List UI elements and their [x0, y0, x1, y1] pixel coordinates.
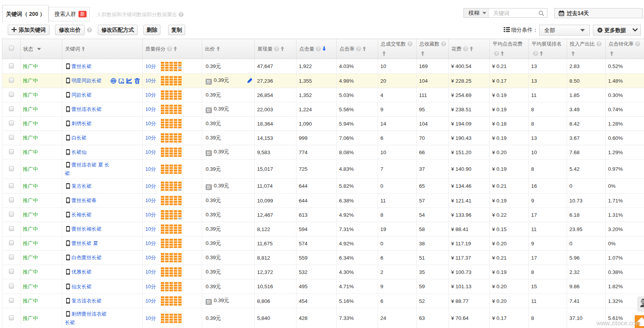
svg-text:31: 31 — [560, 13, 563, 15]
